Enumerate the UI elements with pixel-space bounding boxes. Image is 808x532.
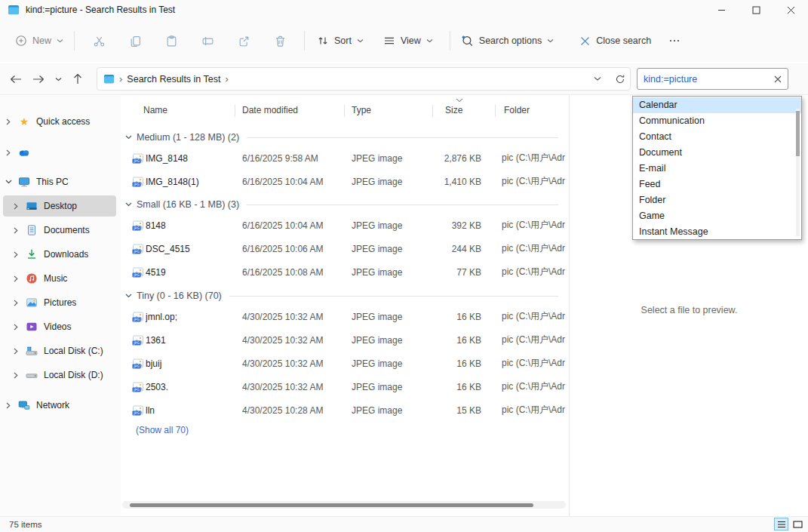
show-all-link[interactable]: (Show all 70) bbox=[121, 422, 569, 438]
search-box[interactable] bbox=[637, 68, 788, 90]
disk-d-icon bbox=[26, 369, 38, 381]
close-button[interactable] bbox=[773, 0, 808, 20]
dropdown-scrollbar-thumb[interactable] bbox=[796, 111, 800, 156]
search-input[interactable] bbox=[644, 74, 764, 85]
sidebar-item-videos[interactable]: Videos bbox=[3, 316, 116, 337]
large-icons-view-toggle[interactable] bbox=[791, 518, 805, 530]
clear-search-icon[interactable] bbox=[774, 75, 782, 83]
horizontal-scrollbar-thumb[interactable] bbox=[130, 503, 533, 507]
chevron-right-icon[interactable] bbox=[11, 300, 21, 306]
group-header-tiny[interactable]: Tiny (0 - 16 KB) (70) bbox=[121, 287, 569, 305]
minimize-button[interactable] bbox=[704, 0, 739, 20]
up-button[interactable] bbox=[66, 68, 89, 91]
table-row[interactable]: JPG IMG_8148 6/16/2025 9:58 AM JPEG imag… bbox=[121, 146, 569, 170]
chevron-right-icon[interactable] bbox=[11, 324, 21, 331]
group-header-medium[interactable]: Medium (1 - 128 MB) (2) bbox=[121, 128, 569, 146]
file-name: 8148 bbox=[146, 220, 242, 231]
chevron-down-icon[interactable] bbox=[125, 135, 132, 140]
cut-button[interactable] bbox=[81, 27, 117, 54]
chevron-right-icon[interactable] bbox=[11, 275, 21, 282]
dropdown-item-communication[interactable]: Communication bbox=[633, 113, 801, 129]
sidebar-item-local-disk-d[interactable]: Local Disk (D:) bbox=[3, 364, 116, 386]
back-button[interactable] bbox=[5, 68, 27, 91]
column-header-size[interactable]: Size bbox=[445, 105, 462, 115]
chevron-right-icon[interactable] bbox=[11, 227, 21, 234]
chevron-right-icon[interactable] bbox=[3, 118, 14, 125]
column-header-name[interactable]: Name bbox=[143, 105, 167, 115]
table-row[interactable]: JPG IMG_8148(1) 6/16/2025 10:04 AM JPEG … bbox=[121, 170, 569, 193]
sort-arrows-icon bbox=[317, 35, 329, 47]
table-row[interactable]: JPG jmnl.op; 4/30/2025 10:32 AM JPEG ima… bbox=[121, 305, 569, 328]
dropdown-item-feed[interactable]: Feed bbox=[633, 177, 801, 192]
sidebar-item-this-pc[interactable]: This PC bbox=[3, 171, 116, 192]
table-row[interactable]: JPG bjuij 4/30/2025 10:32 AM JPEG image … bbox=[121, 352, 569, 375]
sidebar-item-onedrive[interactable] bbox=[3, 142, 116, 163]
dropdown-scrollbar[interactable] bbox=[796, 109, 800, 236]
sidebar-item-documents[interactable]: Documents bbox=[3, 220, 116, 241]
chevron-right-icon[interactable] bbox=[3, 402, 14, 409]
dropdown-item-game[interactable]: Game bbox=[633, 208, 801, 224]
breadcrumb-path[interactable]: Search Results in Test bbox=[127, 74, 220, 85]
dropdown-item-folder[interactable]: Folder bbox=[633, 192, 801, 208]
column-header-type[interactable]: Type bbox=[352, 105, 371, 115]
share-button[interactable] bbox=[226, 27, 262, 54]
chevron-right-icon[interactable] bbox=[11, 251, 21, 258]
copy-button[interactable] bbox=[117, 27, 153, 54]
file-name: jmnl.op; bbox=[146, 312, 242, 322]
view-button[interactable]: View bbox=[379, 29, 438, 53]
dropdown-item-instant-message[interactable]: Instant Message bbox=[633, 224, 801, 240]
sidebar-item-downloads[interactable]: Downloads bbox=[3, 244, 116, 265]
toolbar-separator bbox=[74, 31, 75, 51]
new-button[interactable]: New bbox=[11, 29, 68, 53]
dropdown-item-calendar[interactable]: Calendar bbox=[633, 97, 801, 113]
column-header-folder[interactable]: Folder bbox=[504, 105, 530, 115]
refresh-icon[interactable] bbox=[615, 74, 625, 85]
breadcrumb[interactable]: › Search Results in Test › bbox=[97, 67, 631, 91]
toolbar-separator bbox=[304, 31, 305, 51]
file-date: 6/16/2025 10:08 AM bbox=[242, 267, 352, 278]
table-row[interactable]: JPG DSC_4515 6/16/2025 10:06 AM JPEG ima… bbox=[121, 237, 569, 260]
sidebar-item-desktop[interactable]: Desktop bbox=[3, 195, 116, 217]
search-options-button[interactable]: Search options bbox=[456, 29, 558, 54]
delete-button[interactable] bbox=[262, 27, 298, 54]
dropdown-item-document[interactable]: Document bbox=[633, 145, 801, 161]
details-view-toggle[interactable] bbox=[774, 518, 788, 530]
chevron-right-icon[interactable] bbox=[3, 149, 14, 156]
dropdown-item-email[interactable]: E-mail bbox=[633, 161, 801, 177]
group-header-small[interactable]: Small (16 KB - 1 MB) (3) bbox=[121, 195, 569, 214]
column-header-date[interactable]: Date modified bbox=[242, 105, 298, 115]
sort-button[interactable]: Sort bbox=[312, 29, 368, 53]
maximize-button[interactable] bbox=[739, 0, 773, 20]
recent-locations-button[interactable] bbox=[50, 68, 66, 91]
dropdown-item-contact[interactable]: Contact bbox=[633, 129, 801, 145]
scissors-icon bbox=[93, 35, 106, 48]
rename-button[interactable] bbox=[189, 27, 226, 54]
chevron-right-icon[interactable] bbox=[11, 348, 21, 355]
breadcrumb-separator-icon[interactable]: › bbox=[225, 73, 228, 85]
table-row[interactable]: JPG lln 4/30/2025 10:28 AM JPEG image 15… bbox=[121, 398, 569, 422]
chevron-right-icon[interactable] bbox=[11, 203, 21, 210]
close-search-button[interactable]: Close search bbox=[575, 29, 656, 53]
jpeg-file-icon: JPG bbox=[132, 404, 146, 417]
chevron-right-icon[interactable] bbox=[11, 372, 21, 379]
sidebar-item-local-disk-c[interactable]: Local Disk (C:) bbox=[3, 340, 116, 361]
chevron-down-icon[interactable] bbox=[125, 202, 132, 207]
sidebar-item-music[interactable]: Music bbox=[3, 268, 116, 289]
sidebar-item-quick-access[interactable]: ★ Quick access bbox=[3, 111, 116, 132]
more-options-button[interactable] bbox=[662, 27, 687, 54]
table-row[interactable]: JPG 2503. 4/30/2025 10:32 AM JPEG image … bbox=[121, 375, 569, 398]
chevron-down-icon[interactable] bbox=[125, 294, 132, 298]
forward-button[interactable] bbox=[27, 68, 50, 91]
horizontal-scrollbar[interactable] bbox=[122, 501, 566, 509]
table-row[interactable]: JPG 4519 6/16/2025 10:08 AM JPEG image 7… bbox=[121, 260, 569, 284]
address-dropdown-chevron-icon[interactable] bbox=[594, 76, 601, 81]
sidebar-item-network[interactable]: Network bbox=[3, 395, 116, 416]
sidebar-item-pictures[interactable]: Pictures bbox=[3, 292, 116, 313]
paste-button[interactable] bbox=[153, 27, 189, 54]
file-name: 4519 bbox=[146, 267, 242, 278]
chevron-down-icon[interactable] bbox=[3, 180, 14, 184]
file-date: 4/30/2025 10:32 AM bbox=[242, 335, 352, 346]
star-icon: ★ bbox=[18, 115, 30, 128]
table-row[interactable]: JPG 8148 6/16/2025 10:04 AM JPEG image 3… bbox=[121, 214, 569, 237]
table-row[interactable]: JPG 1361 4/30/2025 10:32 AM JPEG image 1… bbox=[121, 328, 569, 352]
